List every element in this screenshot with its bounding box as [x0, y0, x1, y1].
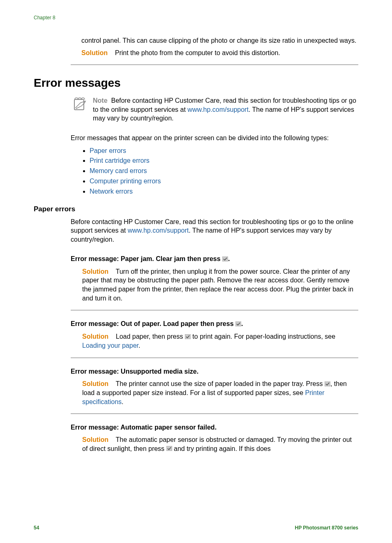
paper-errors-intro: Before contacting HP Customer Care, read… [71, 217, 358, 244]
divider [71, 310, 358, 310]
error-title: Error message: Automatic paper sensor fa… [71, 423, 358, 432]
solution-t3: . [122, 398, 123, 405]
ok-button-icon [235, 320, 241, 329]
svg-rect-3 [185, 334, 191, 339]
error-title: Error message: Paper jam. Clear jam then… [71, 254, 358, 264]
note-text: Note Before contacting HP Customer Care,… [93, 96, 358, 123]
page-heading: Error messages [34, 76, 358, 90]
error-type-link[interactable]: Network errors [90, 188, 133, 195]
error-title-suffix: . [241, 320, 243, 327]
solution-label: Solution [82, 436, 108, 443]
page-number: 54 [34, 525, 39, 531]
solution-t1: The printer cannot use the size of paper… [115, 380, 324, 387]
svg-rect-4 [325, 381, 330, 386]
note-label: Note [93, 97, 108, 104]
solution-t2: and try printing again. If this does [172, 445, 271, 452]
error-title-suffix: . [228, 255, 230, 262]
error-type-link[interactable]: Memory card errors [90, 167, 147, 174]
solution-label: Solution [82, 380, 108, 387]
solution-label: Solution [81, 49, 108, 56]
note-icon [73, 97, 87, 113]
error-title-prefix: Error message: Paper jam. Clear jam then… [71, 255, 222, 262]
ok-button-icon [325, 380, 330, 389]
divider [71, 358, 358, 358]
solution-text: Print the photo from the computer to avo… [115, 49, 280, 56]
solution-t1: Load paper, then press [116, 333, 185, 340]
error-title-prefix: Error message: Automatic paper sensor fa… [71, 424, 217, 431]
note-block: Note Before contacting HP Customer Care,… [73, 96, 358, 126]
solution-label: Solution [82, 268, 108, 275]
loading-paper-link[interactable]: Loading your paper [82, 342, 138, 349]
note-link[interactable]: www.hp.com/support [187, 106, 249, 113]
ok-button-icon [222, 255, 228, 264]
solution-text: Turn off the printer, then unplug it fro… [82, 268, 353, 302]
solution-label: Solution [82, 333, 108, 340]
page-footer: 54 HP Photosmart 8700 series [34, 525, 358, 531]
error-solution: Solution The automatic paper sensor is o… [82, 435, 358, 453]
product-name: HP Photosmart 8700 series [295, 525, 358, 531]
intro-paragraph: control panel. This can cause clipping o… [81, 36, 358, 45]
ok-button-icon [185, 333, 191, 342]
svg-rect-2 [235, 321, 241, 326]
svg-rect-5 [166, 446, 172, 451]
error-title: Error message: Unsupported media size. [71, 367, 358, 376]
error-types-list: Paper errors Print cartridge errors Memo… [90, 146, 358, 197]
svg-rect-1 [222, 256, 228, 261]
error-solution: Solution Load paper, then press to print… [82, 332, 358, 350]
error-title-prefix: Error message: Out of paper. Load paper … [71, 320, 235, 327]
divider [71, 414, 358, 414]
ok-button-icon [166, 444, 172, 453]
error-type-link[interactable]: Paper errors [90, 147, 126, 154]
intro-solution: Solution Print the photo from the comput… [81, 49, 358, 58]
error-type-link[interactable]: Computer printing errors [90, 178, 161, 185]
body-intro: Error messages that appear on the printe… [71, 134, 358, 143]
error-title: Error message: Out of paper. Load paper … [71, 319, 358, 329]
error-solution: Solution Turn off the printer, then unpl… [82, 267, 358, 303]
paper-errors-heading: Paper errors [34, 205, 358, 213]
divider [71, 65, 358, 65]
solution-t2: to print again. For paper-loading instru… [191, 333, 335, 340]
error-type-link[interactable]: Print cartridge errors [90, 157, 150, 164]
solution-t3: . [138, 342, 140, 349]
chapter-label: Chapter 8 [34, 15, 358, 21]
error-solution: Solution The printer cannot use the size… [82, 379, 358, 407]
error-title-prefix: Error message: Unsupported media size. [71, 368, 198, 375]
support-link[interactable]: www.hp.com/support [128, 227, 189, 234]
